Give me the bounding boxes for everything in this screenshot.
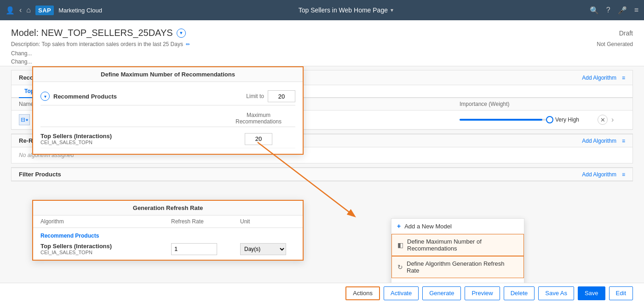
panel-refresh-algo-code: CEI_IA_SALES_TOPN — [40, 250, 171, 255]
top-navbar: 👤 ‹ ⌂ SAP Marketing Cloud Top Sellers in… — [0, 0, 644, 20]
add-algo-re-ranking[interactable]: Add Algorithm — [582, 138, 616, 144]
re-ranking-empty: No algorithm assigned — [12, 147, 632, 163]
app-title: Marketing Cloud — [58, 7, 102, 14]
table-row: ⊟ ★ Top Sellers (Interactions) Top-selle… — [12, 111, 632, 129]
col-importance: Importance (Weight) — [460, 101, 598, 107]
refresh-icon: ↻ — [397, 263, 403, 271]
algo-name-cell: ⊟ ★ Top Sellers (Interactions) — [19, 114, 148, 125]
menu-icon[interactable]: ≡ — [634, 6, 638, 14]
recommendations-menu-icon[interactable]: ≡ — [622, 75, 625, 81]
re-ranking-section-header: Re-Ra... Name Add Algorithm ≡ — [12, 134, 632, 147]
row-actions: ✕ › — [598, 115, 625, 125]
recommendations-section-title: Recom... — [19, 74, 44, 81]
panel-refresh-algo-name: Top Sellers (Interactions) — [40, 243, 171, 250]
description-text: Description: Top sales from interaction … — [11, 41, 183, 47]
not-generated-label: Not Generated — [597, 41, 633, 47]
algo-description: Top-sellers from SAP Marketing — [148, 117, 460, 123]
re-ranking-title: Re-Ra... — [19, 137, 41, 144]
plus-icon: + — [397, 222, 401, 230]
change-row-2: Chang... — [11, 58, 633, 66]
sap-logo: SAP — [35, 6, 54, 15]
page-header: Model: NEW_TOP_SELLERS_25DAYS ▾ Draft De… — [0, 20, 644, 66]
re-ranking-table-header-name: Name — [45, 138, 59, 144]
col-actions — [598, 101, 625, 107]
arrow-refresh — [253, 274, 391, 283]
nav-left: 👤 ‹ ⌂ SAP Marketing Cloud — [6, 6, 102, 15]
re-ranking-section: Re-Ra... Name Add Algorithm ≡ No algorit… — [11, 134, 633, 163]
nav-chevron-icon[interactable]: ▾ — [391, 7, 393, 13]
title-chevron-icon[interactable]: ▾ — [177, 29, 186, 38]
filter-products-section-header: Filter Products Add Algorithm ≡ — [12, 168, 632, 181]
nav-title: Top Sellers in Web Home Page — [299, 6, 388, 14]
panel-refresh-algo-section-label: Recommend Products — [40, 231, 295, 241]
home-icon[interactable]: ⌂ — [26, 6, 31, 14]
recommendations-section: Recom... Add Algorithm ≡ Top Sellers (In… — [11, 70, 633, 130]
importance-slider[interactable] — [460, 119, 552, 121]
filter-products-section: Filter Products Add Algorithm ≡ — [11, 167, 633, 181]
add-algo-filter[interactable]: Add Algorithm — [582, 171, 616, 178]
model-title-text: Model: NEW_TOP_SELLERS_25DAYS — [11, 28, 173, 38]
panel-refresh-data-row: Top Sellers (Interactions) CEI_IA_SALES_… — [40, 241, 295, 257]
dropdown-menu: + Add a New Model ◧ Define Maximum Numbe… — [391, 218, 524, 283]
recommendations-section-header: Recom... Add Algorithm ≡ — [12, 70, 632, 85]
dropdown-define-max[interactable]: ◧ Define Maximum Number of Recommendatio… — [391, 234, 524, 256]
status-draft: Draft — [619, 29, 633, 37]
algo-name: Top Sellers (Interactions) — [33, 117, 99, 123]
main-content: Recom... Add Algorithm ≡ Top Sellers (In… — [0, 66, 644, 283]
tab-add-icon[interactable]: ⊕ — [98, 87, 104, 96]
col-name: Name — [19, 101, 148, 107]
refresh-unit-select[interactable]: Day(s) Hour(s) Week(s) — [240, 243, 286, 255]
table-header: Name Description Importance (Weight) — [12, 98, 632, 111]
page-title-row: Model: NEW_TOP_SELLERS_25DAYS ▾ Draft — [11, 28, 633, 38]
panel-generation-refresh: Generation Refresh Rate Algorithm Refres… — [32, 200, 304, 261]
re-ranking-section-actions: Add Algorithm ≡ — [582, 138, 625, 144]
nav-right: 🔍 ? 🎤 ≡ — [590, 6, 638, 15]
help-icon[interactable]: ? — [606, 6, 610, 14]
tab-top-sellers[interactable]: Top Sellers (Interactions) — [19, 85, 96, 98]
max-rec-icon: ◧ — [397, 241, 403, 249]
dropdown-list-scenarios[interactable]: ◫ List Scenarios That Contain This Model — [391, 278, 524, 283]
dropdown-add-model-label: Add a New Model — [404, 223, 452, 230]
dropdown-define-refresh[interactable]: ↻ Define Algorithm Generation Refresh Ra… — [391, 256, 524, 278]
search-icon[interactable]: 🔍 — [590, 6, 599, 15]
filter-products-section-actions: Add Algorithm ≡ — [582, 171, 625, 178]
dropdown-define-max-label: Define Maximum Number of Recommendations — [407, 238, 518, 252]
change-row-1: Chang... — [11, 49, 633, 58]
user-icon[interactable]: 👤 — [6, 6, 15, 15]
importance-cell: Very High — [460, 117, 598, 123]
filter-menu-icon[interactable]: ≡ — [622, 171, 625, 178]
nav-center: Top Sellers in Web Home Page ▾ — [106, 6, 586, 14]
tab-bar: Top Sellers (Interactions) ⊕ — [12, 85, 632, 98]
back-icon[interactable]: ‹ — [19, 6, 22, 14]
refresh-rate-input[interactable] — [171, 243, 217, 255]
remove-icon[interactable]: ✕ — [598, 115, 608, 125]
algo-icon: ⊟ ★ — [19, 114, 30, 125]
filter-products-title: Filter Products — [19, 171, 61, 178]
page-title: Model: NEW_TOP_SELLERS_25DAYS ▾ — [11, 28, 186, 38]
expand-icon[interactable]: › — [611, 116, 614, 124]
mic-icon[interactable]: 🎤 — [618, 6, 627, 15]
panel-refresh-content: Recommend Products Top Sellers (Interact… — [33, 228, 303, 260]
description-row: Description: Top sales from interaction … — [11, 41, 633, 47]
panel-refresh-algo-info: Top Sellers (Interactions) CEI_IA_SALES_… — [40, 243, 171, 255]
panel-refresh-header: Generation Refresh Rate — [33, 201, 303, 216]
edit-pencil-icon[interactable]: ✏ — [186, 41, 190, 47]
col-description: Description — [148, 101, 460, 107]
panel-refresh-table-header: Algorithm Refresh Rate Unit — [33, 216, 303, 228]
panel-refresh-col-algo: Algorithm — [40, 218, 171, 225]
dropdown-add-model[interactable]: + Add a New Model — [391, 219, 524, 234]
re-ranking-menu-icon[interactable]: ≡ — [622, 138, 625, 144]
panel-refresh-col-unit: Unit — [240, 218, 295, 225]
recommendations-section-actions: Add Algorithm ≡ — [582, 75, 625, 81]
panel-refresh-col-rate: Refresh Rate — [171, 218, 240, 225]
dropdown-define-refresh-label: Define Algorithm Generation Refresh Rate — [407, 260, 518, 274]
add-algorithm-btn[interactable]: Add Algorithm — [582, 75, 616, 81]
importance-label: Very High — [555, 117, 579, 123]
